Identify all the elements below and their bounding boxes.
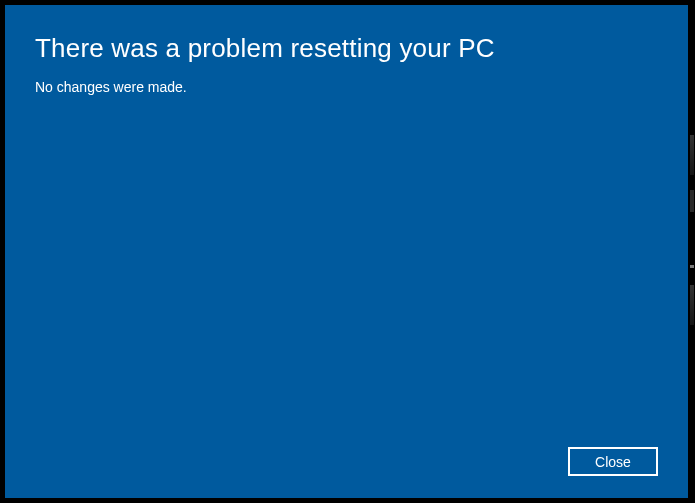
button-row: Close xyxy=(35,447,658,476)
edge-artifacts xyxy=(690,135,694,375)
artifact-segment xyxy=(690,190,694,212)
error-dialog: There was a problem resetting your PC No… xyxy=(5,5,688,498)
dialog-message: No changes were made. xyxy=(35,78,658,96)
artifact-segment xyxy=(690,285,694,325)
artifact-segment xyxy=(690,135,694,175)
content-area: There was a problem resetting your PC No… xyxy=(35,33,658,447)
artifact-segment xyxy=(690,265,694,268)
close-button[interactable]: Close xyxy=(568,447,658,476)
dialog-title: There was a problem resetting your PC xyxy=(35,33,658,64)
